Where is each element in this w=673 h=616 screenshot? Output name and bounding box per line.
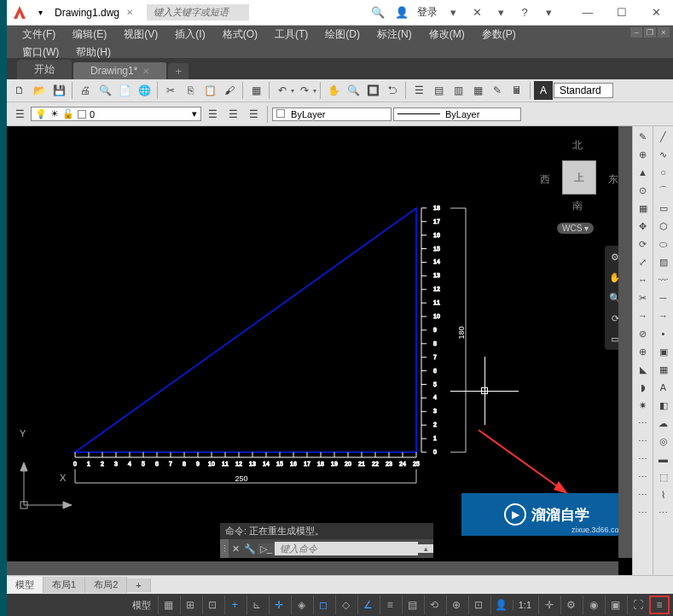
paste-icon[interactable]: 📋: [200, 81, 219, 100]
maximize-button[interactable]: ☐: [605, 1, 639, 25]
command-input[interactable]: [275, 542, 418, 555]
new-icon[interactable]: 🗋: [10, 81, 29, 100]
customize-icon[interactable]: ≡: [649, 596, 670, 614]
menu-file[interactable]: 文件(F): [14, 26, 64, 44]
user-icon[interactable]: 👤: [393, 4, 410, 21]
exchange-dd-icon[interactable]: ▾: [492, 4, 509, 21]
linetype-dropdown[interactable]: ByLayer: [393, 108, 521, 121]
otrack-icon[interactable]: ∠: [357, 596, 378, 614]
horizontal-scrollbar[interactable]: [7, 561, 618, 575]
publish-icon[interactable]: 📄: [115, 81, 134, 100]
chamfer-icon[interactable]: ◣: [635, 361, 652, 378]
color-dropdown[interactable]: ByLayer: [272, 108, 392, 121]
move-icon[interactable]: ✥: [635, 218, 652, 235]
qat-dropdown-icon[interactable]: ▾: [32, 5, 48, 20]
erase-icon[interactable]: ✎: [635, 128, 652, 145]
offset-icon[interactable]: ⊙: [635, 182, 652, 199]
lineweight-disp-icon[interactable]: ≡: [380, 596, 400, 614]
undo-icon[interactable]: ↶: [273, 81, 292, 100]
line-icon[interactable]: ╱: [655, 128, 672, 145]
scale-icon[interactable]: ⤢: [635, 253, 652, 270]
mdi-restore-icon[interactable]: ❐: [644, 27, 656, 38]
menu-window[interactable]: 窗口(W): [14, 44, 67, 61]
help-dd-icon[interactable]: ▾: [540, 4, 557, 21]
explode-icon[interactable]: ✷: [635, 397, 652, 414]
menu-draw[interactable]: 绘图(D): [316, 26, 368, 44]
layer-prev-icon[interactable]: ☰: [244, 105, 263, 124]
viewcube-east[interactable]: 东: [608, 172, 618, 187]
rectangle-icon[interactable]: ▭: [655, 200, 672, 217]
menu-edit[interactable]: 编辑(E): [64, 26, 115, 44]
copy-icon[interactable]: ⎘: [181, 81, 200, 100]
open-icon[interactable]: 📂: [30, 81, 49, 100]
osnap-icon[interactable]: ◻: [313, 596, 334, 614]
wipeout-icon[interactable]: ▬: [655, 450, 672, 468]
quickcalc-icon[interactable]: 🖩: [508, 81, 526, 100]
ray-icon[interactable]: →: [655, 307, 672, 324]
modify-more4-icon[interactable]: ⋯: [635, 468, 652, 485]
table-icon[interactable]: ▦: [655, 361, 672, 378]
matchprop-icon[interactable]: 🖌: [220, 81, 239, 100]
tab-drawing1[interactable]: Drawing1* ✕: [73, 62, 166, 79]
region-icon[interactable]: ◧: [655, 397, 672, 414]
menu-parametric[interactable]: 参数(P): [473, 26, 525, 44]
modify-more3-icon[interactable]: ⋯: [635, 450, 652, 468]
annoscale-icon[interactable]: 👤: [490, 596, 511, 614]
save-icon[interactable]: 💾: [49, 81, 68, 100]
spline-icon[interactable]: 〰: [655, 271, 672, 288]
mtext-icon[interactable]: A: [655, 379, 672, 396]
tab-close-icon[interactable]: ✕: [142, 67, 149, 76]
layer-properties-icon[interactable]: ☰: [10, 105, 29, 124]
break-icon[interactable]: ⊘: [635, 325, 652, 342]
layout-model[interactable]: 模型: [7, 577, 44, 593]
infer-icon[interactable]: ⊡: [202, 596, 223, 614]
pline-icon[interactable]: ∿: [655, 146, 672, 163]
hardware-accel-icon[interactable]: ◉: [583, 596, 603, 614]
snap-icon[interactable]: ⊞: [180, 596, 200, 614]
join-icon[interactable]: ⊕: [635, 343, 652, 360]
login-link[interactable]: 登录: [417, 5, 438, 20]
fillet-icon[interactable]: ◗: [635, 379, 652, 396]
status-model-label[interactable]: 模型: [127, 599, 156, 612]
dynamic-input-icon[interactable]: +: [224, 596, 245, 614]
annomonitor-icon[interactable]: ⊕: [446, 596, 467, 614]
tab-new-icon[interactable]: +: [168, 63, 189, 79]
modify-more-icon[interactable]: ⋯: [635, 415, 652, 432]
workspace-switch-icon[interactable]: ⚙: [560, 596, 581, 614]
donut-icon[interactable]: ◎: [655, 433, 672, 450]
annovis-icon[interactable]: ✛: [538, 596, 559, 614]
revcloud-icon[interactable]: ☁: [655, 415, 672, 432]
markup-icon[interactable]: ✎: [488, 81, 507, 100]
cmd-close-icon[interactable]: ✕: [229, 543, 242, 555]
transparency-icon[interactable]: ▤: [402, 596, 422, 614]
cut-icon[interactable]: ✂: [161, 81, 180, 100]
menu-modify[interactable]: 修改(M): [421, 26, 473, 44]
drawing-canvas[interactable]: 0123456789101112131415161718192021222324…: [7, 126, 632, 575]
ellipse-icon[interactable]: ⬭: [655, 235, 672, 253]
properties-icon[interactable]: ☰: [409, 81, 428, 100]
pan-icon[interactable]: ✋: [324, 81, 343, 100]
modify-more5-icon[interactable]: ⋯: [635, 486, 652, 503]
preview-icon[interactable]: 🔍: [96, 81, 114, 100]
extend-icon[interactable]: →: [635, 307, 652, 324]
exchange-icon[interactable]: ✕: [468, 4, 485, 21]
help-search-input[interactable]: 键入关键字或短语: [147, 4, 249, 20]
xline-icon[interactable]: ─: [655, 289, 672, 306]
vertical-scrollbar[interactable]: [618, 126, 632, 558]
anno-scale-label[interactable]: 1:1: [513, 600, 537, 610]
viewcube-top[interactable]: 上: [562, 160, 596, 195]
3dpoly-icon[interactable]: ⬚: [655, 468, 672, 485]
arc-icon[interactable]: ⌒: [655, 182, 672, 199]
minimize-button[interactable]: —: [571, 1, 605, 25]
binoculars-icon[interactable]: 🔍: [369, 4, 386, 21]
menu-view[interactable]: 视图(V): [115, 26, 166, 44]
quickprops-icon[interactable]: ⊡: [468, 596, 489, 614]
login-dropdown-icon[interactable]: ▾: [444, 4, 461, 21]
app-logo-icon[interactable]: [7, 0, 32, 26]
menu-format[interactable]: 格式(O): [214, 26, 266, 44]
mdi-close-icon[interactable]: ×: [658, 27, 670, 38]
ortho-icon[interactable]: ⊾: [247, 596, 267, 614]
modify-more6-icon[interactable]: ⋯: [635, 504, 652, 521]
menu-insert[interactable]: 插入(I): [166, 26, 213, 44]
layout-1[interactable]: 布局1: [44, 577, 85, 593]
